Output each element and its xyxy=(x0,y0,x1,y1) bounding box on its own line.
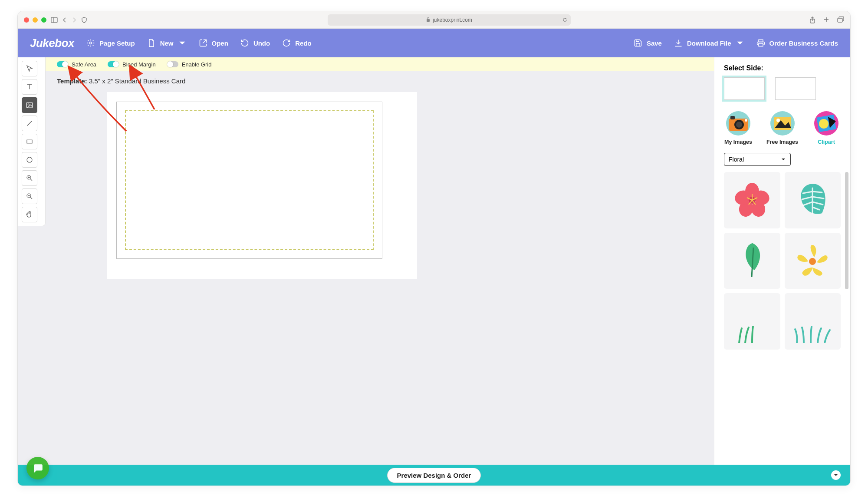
clipart-item[interactable] xyxy=(785,293,841,350)
safe-area-outline xyxy=(125,110,374,250)
gear-icon xyxy=(86,39,95,47)
svg-rect-12 xyxy=(26,102,33,108)
svg-rect-26 xyxy=(730,116,735,119)
svg-point-33 xyxy=(776,119,780,122)
minimize-window-button[interactable] xyxy=(33,17,38,23)
svg-point-13 xyxy=(28,104,29,105)
svg-rect-9 xyxy=(759,43,763,46)
pan-tool[interactable] xyxy=(22,207,37,222)
svg-rect-6 xyxy=(838,18,842,22)
bottom-bar: Preview Design & Order xyxy=(18,465,850,486)
url-text: jukeboxprint.com xyxy=(433,17,472,23)
share-icon[interactable] xyxy=(809,17,815,23)
zoom-in-tool[interactable] xyxy=(22,170,37,186)
card-canvas[interactable] xyxy=(107,92,417,279)
save-button[interactable]: Save xyxy=(634,39,662,47)
view-toggle-bar: Safe Area Bleed Margin Enable Grid xyxy=(18,57,714,71)
svg-point-36 xyxy=(819,119,829,129)
undo-icon xyxy=(240,39,249,47)
maximize-window-button[interactable] xyxy=(41,17,46,23)
undo-button[interactable]: Undo xyxy=(240,39,270,47)
safe-area-toggle[interactable]: Safe Area xyxy=(57,61,96,68)
app-toolbar: Jukebox Page Setup New Open Undo Redo xyxy=(18,29,850,57)
line-tool[interactable] xyxy=(22,116,37,131)
open-button[interactable]: Open xyxy=(199,39,228,47)
toggle-switch[interactable] xyxy=(57,61,68,67)
preview-order-button[interactable]: Preview Design & Order xyxy=(387,468,481,483)
svg-line-14 xyxy=(27,121,32,126)
enable-grid-toggle[interactable]: Enable Grid xyxy=(167,61,212,68)
chat-icon xyxy=(32,463,43,474)
app-root: Jukebox Page Setup New Open Undo Redo xyxy=(18,29,850,486)
clipart-item[interactable] xyxy=(724,233,780,289)
new-tab-icon[interactable] xyxy=(823,17,829,23)
save-icon xyxy=(634,39,642,47)
redo-button[interactable]: Redo xyxy=(282,39,312,47)
sidebar-icon[interactable] xyxy=(51,17,58,23)
svg-point-57 xyxy=(809,258,816,265)
printer-icon xyxy=(756,39,765,47)
chevron-down-icon xyxy=(736,39,744,47)
clipart-item[interactable] xyxy=(724,172,780,228)
address-bar[interactable]: jukeboxprint.com xyxy=(328,14,571,26)
back-button[interactable] xyxy=(62,17,67,23)
browser-window: jukeboxprint.com Jukebox Pa xyxy=(17,11,851,486)
tab-free-images[interactable]: Free Images xyxy=(766,110,798,145)
window-controls xyxy=(24,17,46,23)
clipart-icon xyxy=(812,110,841,136)
brand-logo: Jukebox xyxy=(30,36,74,50)
side-panel: Select Side: My Images xyxy=(714,57,850,486)
chevron-down-icon xyxy=(178,39,187,47)
svg-point-16 xyxy=(27,157,32,162)
picture-icon xyxy=(768,110,797,136)
bleed-margin-toggle[interactable]: Bleed Margin xyxy=(108,61,156,68)
zoom-out-tool[interactable] xyxy=(22,188,37,204)
svg-point-29 xyxy=(745,119,747,122)
svg-rect-2 xyxy=(427,19,430,22)
svg-line-53 xyxy=(812,192,822,192)
svg-point-7 xyxy=(90,42,92,44)
download-file-button[interactable]: Download File xyxy=(674,39,744,47)
rectangle-tool[interactable] xyxy=(22,134,37,149)
collapse-bottom-bar-button[interactable] xyxy=(831,470,841,480)
new-button[interactable]: New xyxy=(147,39,187,47)
clipart-item[interactable] xyxy=(724,293,780,350)
text-tool[interactable] xyxy=(22,79,37,95)
lock-icon xyxy=(426,17,430,23)
template-label: Template: 3.5" x 2" Standard Business Ca… xyxy=(18,71,714,85)
select-side-heading: Select Side: xyxy=(724,64,841,72)
tab-clipart[interactable]: Clipart xyxy=(812,110,841,145)
circle-tool[interactable] xyxy=(22,152,37,168)
chat-button[interactable] xyxy=(26,457,49,479)
svg-point-28 xyxy=(736,122,742,128)
safari-toolbar: jukeboxprint.com xyxy=(18,11,850,29)
svg-rect-0 xyxy=(51,17,57,23)
clipart-item[interactable] xyxy=(785,172,841,228)
side-front-thumb[interactable] xyxy=(724,77,765,100)
close-window-button[interactable] xyxy=(24,17,29,23)
camera-icon xyxy=(724,110,753,136)
page-setup-button[interactable]: Page Setup xyxy=(86,39,135,47)
clipart-scrollbar[interactable] xyxy=(845,172,848,289)
select-tool[interactable] xyxy=(22,61,37,76)
image-tool[interactable] xyxy=(22,97,37,113)
svg-line-18 xyxy=(30,179,32,181)
order-button[interactable]: Order Business Cards xyxy=(756,39,838,47)
clipart-item[interactable] xyxy=(785,233,841,289)
toggle-switch[interactable] xyxy=(167,61,178,67)
side-back-thumb[interactable] xyxy=(775,77,816,100)
chevron-down-icon xyxy=(833,473,838,478)
forward-button[interactable] xyxy=(72,17,77,23)
tabs-icon[interactable] xyxy=(837,17,844,23)
open-icon xyxy=(199,39,207,47)
tab-my-images[interactable]: My Images xyxy=(724,110,753,145)
canvas-area: Safe Area Bleed Margin Enable Grid Templ… xyxy=(18,57,714,486)
download-icon xyxy=(674,39,683,47)
reload-icon[interactable] xyxy=(562,17,567,22)
tool-rail xyxy=(18,57,46,226)
clipart-grid xyxy=(724,172,841,350)
toggle-switch[interactable] xyxy=(108,61,119,67)
clipart-category-select[interactable]: Floral xyxy=(724,153,791,166)
shield-icon[interactable] xyxy=(81,17,87,23)
file-icon xyxy=(147,39,156,47)
